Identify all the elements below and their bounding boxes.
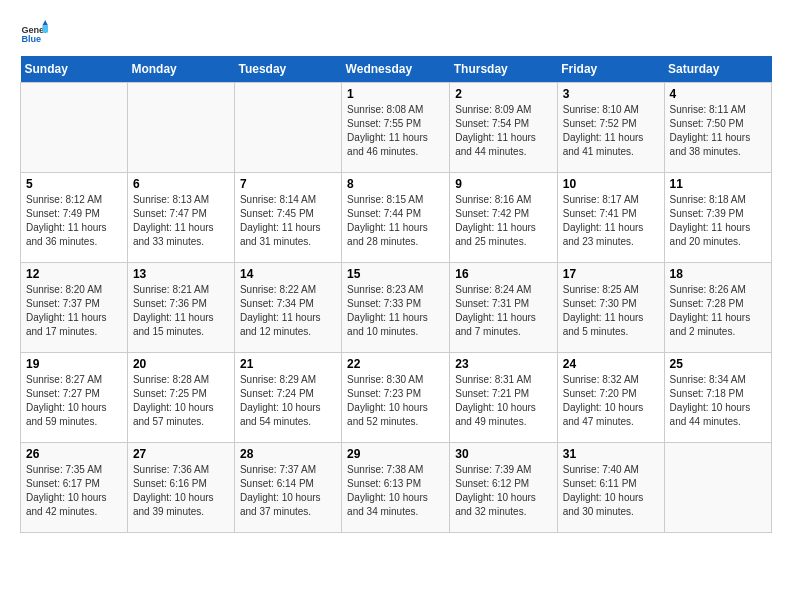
day-info: Sunrise: 8:24 AM Sunset: 7:31 PM Dayligh…	[455, 283, 551, 339]
day-number: 8	[347, 177, 444, 191]
logo: General Blue	[20, 20, 48, 48]
day-number: 30	[455, 447, 551, 461]
calendar-header-row: SundayMondayTuesdayWednesdayThursdayFrid…	[21, 56, 772, 83]
day-number: 9	[455, 177, 551, 191]
calendar-day-14: 14Sunrise: 8:22 AM Sunset: 7:34 PM Dayli…	[234, 263, 341, 353]
header: General Blue	[20, 20, 772, 48]
calendar-week-row: 5Sunrise: 8:12 AM Sunset: 7:49 PM Daylig…	[21, 173, 772, 263]
calendar-week-row: 26Sunrise: 7:35 AM Sunset: 6:17 PM Dayli…	[21, 443, 772, 533]
day-info: Sunrise: 7:36 AM Sunset: 6:16 PM Dayligh…	[133, 463, 229, 519]
day-info: Sunrise: 8:29 AM Sunset: 7:24 PM Dayligh…	[240, 373, 336, 429]
calendar-day-28: 28Sunrise: 7:37 AM Sunset: 6:14 PM Dayli…	[234, 443, 341, 533]
day-number: 21	[240, 357, 336, 371]
day-info: Sunrise: 8:09 AM Sunset: 7:54 PM Dayligh…	[455, 103, 551, 159]
day-number: 17	[563, 267, 659, 281]
day-info: Sunrise: 8:16 AM Sunset: 7:42 PM Dayligh…	[455, 193, 551, 249]
calendar-day-15: 15Sunrise: 8:23 AM Sunset: 7:33 PM Dayli…	[342, 263, 450, 353]
calendar-day-27: 27Sunrise: 7:36 AM Sunset: 6:16 PM Dayli…	[127, 443, 234, 533]
calendar-table: SundayMondayTuesdayWednesdayThursdayFrid…	[20, 56, 772, 533]
day-number: 3	[563, 87, 659, 101]
empty-day-cell	[21, 83, 128, 173]
svg-marker-3	[42, 26, 48, 33]
day-info: Sunrise: 7:40 AM Sunset: 6:11 PM Dayligh…	[563, 463, 659, 519]
day-info: Sunrise: 8:11 AM Sunset: 7:50 PM Dayligh…	[670, 103, 766, 159]
empty-day-cell	[664, 443, 771, 533]
day-number: 28	[240, 447, 336, 461]
empty-day-cell	[127, 83, 234, 173]
day-header-wednesday: Wednesday	[342, 56, 450, 83]
day-info: Sunrise: 7:38 AM Sunset: 6:13 PM Dayligh…	[347, 463, 444, 519]
day-info: Sunrise: 8:17 AM Sunset: 7:41 PM Dayligh…	[563, 193, 659, 249]
day-number: 15	[347, 267, 444, 281]
calendar-day-21: 21Sunrise: 8:29 AM Sunset: 7:24 PM Dayli…	[234, 353, 341, 443]
calendar-day-2: 2Sunrise: 8:09 AM Sunset: 7:54 PM Daylig…	[450, 83, 557, 173]
day-number: 2	[455, 87, 551, 101]
day-header-tuesday: Tuesday	[234, 56, 341, 83]
day-header-thursday: Thursday	[450, 56, 557, 83]
calendar-day-9: 9Sunrise: 8:16 AM Sunset: 7:42 PM Daylig…	[450, 173, 557, 263]
day-number: 6	[133, 177, 229, 191]
calendar-day-18: 18Sunrise: 8:26 AM Sunset: 7:28 PM Dayli…	[664, 263, 771, 353]
calendar-day-23: 23Sunrise: 8:31 AM Sunset: 7:21 PM Dayli…	[450, 353, 557, 443]
calendar-day-16: 16Sunrise: 8:24 AM Sunset: 7:31 PM Dayli…	[450, 263, 557, 353]
day-info: Sunrise: 7:39 AM Sunset: 6:12 PM Dayligh…	[455, 463, 551, 519]
day-info: Sunrise: 8:10 AM Sunset: 7:52 PM Dayligh…	[563, 103, 659, 159]
day-number: 10	[563, 177, 659, 191]
calendar-day-25: 25Sunrise: 8:34 AM Sunset: 7:18 PM Dayli…	[664, 353, 771, 443]
day-info: Sunrise: 8:15 AM Sunset: 7:44 PM Dayligh…	[347, 193, 444, 249]
day-number: 27	[133, 447, 229, 461]
calendar-day-22: 22Sunrise: 8:30 AM Sunset: 7:23 PM Dayli…	[342, 353, 450, 443]
calendar-week-row: 12Sunrise: 8:20 AM Sunset: 7:37 PM Dayli…	[21, 263, 772, 353]
svg-marker-2	[42, 20, 48, 26]
calendar-day-19: 19Sunrise: 8:27 AM Sunset: 7:27 PM Dayli…	[21, 353, 128, 443]
day-info: Sunrise: 7:37 AM Sunset: 6:14 PM Dayligh…	[240, 463, 336, 519]
svg-text:Blue: Blue	[21, 34, 41, 44]
day-number: 5	[26, 177, 122, 191]
day-info: Sunrise: 8:14 AM Sunset: 7:45 PM Dayligh…	[240, 193, 336, 249]
day-info: Sunrise: 8:26 AM Sunset: 7:28 PM Dayligh…	[670, 283, 766, 339]
day-number: 1	[347, 87, 444, 101]
day-info: Sunrise: 8:34 AM Sunset: 7:18 PM Dayligh…	[670, 373, 766, 429]
day-info: Sunrise: 8:27 AM Sunset: 7:27 PM Dayligh…	[26, 373, 122, 429]
calendar-day-5: 5Sunrise: 8:12 AM Sunset: 7:49 PM Daylig…	[21, 173, 128, 263]
day-number: 4	[670, 87, 766, 101]
day-info: Sunrise: 8:20 AM Sunset: 7:37 PM Dayligh…	[26, 283, 122, 339]
calendar-day-31: 31Sunrise: 7:40 AM Sunset: 6:11 PM Dayli…	[557, 443, 664, 533]
calendar-day-12: 12Sunrise: 8:20 AM Sunset: 7:37 PM Dayli…	[21, 263, 128, 353]
day-info: Sunrise: 8:18 AM Sunset: 7:39 PM Dayligh…	[670, 193, 766, 249]
day-info: Sunrise: 8:32 AM Sunset: 7:20 PM Dayligh…	[563, 373, 659, 429]
calendar-day-24: 24Sunrise: 8:32 AM Sunset: 7:20 PM Dayli…	[557, 353, 664, 443]
calendar-day-17: 17Sunrise: 8:25 AM Sunset: 7:30 PM Dayli…	[557, 263, 664, 353]
day-info: Sunrise: 8:31 AM Sunset: 7:21 PM Dayligh…	[455, 373, 551, 429]
day-number: 19	[26, 357, 122, 371]
day-info: Sunrise: 8:25 AM Sunset: 7:30 PM Dayligh…	[563, 283, 659, 339]
day-info: Sunrise: 8:08 AM Sunset: 7:55 PM Dayligh…	[347, 103, 444, 159]
calendar-day-13: 13Sunrise: 8:21 AM Sunset: 7:36 PM Dayli…	[127, 263, 234, 353]
calendar-day-1: 1Sunrise: 8:08 AM Sunset: 7:55 PM Daylig…	[342, 83, 450, 173]
calendar-day-29: 29Sunrise: 7:38 AM Sunset: 6:13 PM Dayli…	[342, 443, 450, 533]
day-number: 24	[563, 357, 659, 371]
day-number: 16	[455, 267, 551, 281]
calendar-day-7: 7Sunrise: 8:14 AM Sunset: 7:45 PM Daylig…	[234, 173, 341, 263]
day-number: 20	[133, 357, 229, 371]
calendar-week-row: 19Sunrise: 8:27 AM Sunset: 7:27 PM Dayli…	[21, 353, 772, 443]
day-header-monday: Monday	[127, 56, 234, 83]
day-number: 29	[347, 447, 444, 461]
day-number: 7	[240, 177, 336, 191]
calendar-day-11: 11Sunrise: 8:18 AM Sunset: 7:39 PM Dayli…	[664, 173, 771, 263]
day-info: Sunrise: 8:12 AM Sunset: 7:49 PM Dayligh…	[26, 193, 122, 249]
day-number: 26	[26, 447, 122, 461]
day-number: 31	[563, 447, 659, 461]
day-header-sunday: Sunday	[21, 56, 128, 83]
day-number: 14	[240, 267, 336, 281]
day-info: Sunrise: 8:28 AM Sunset: 7:25 PM Dayligh…	[133, 373, 229, 429]
logo-icon: General Blue	[20, 20, 48, 48]
day-header-friday: Friday	[557, 56, 664, 83]
calendar-day-3: 3Sunrise: 8:10 AM Sunset: 7:52 PM Daylig…	[557, 83, 664, 173]
day-number: 25	[670, 357, 766, 371]
day-info: Sunrise: 7:35 AM Sunset: 6:17 PM Dayligh…	[26, 463, 122, 519]
day-number: 11	[670, 177, 766, 191]
calendar-day-20: 20Sunrise: 8:28 AM Sunset: 7:25 PM Dayli…	[127, 353, 234, 443]
day-info: Sunrise: 8:22 AM Sunset: 7:34 PM Dayligh…	[240, 283, 336, 339]
calendar-day-26: 26Sunrise: 7:35 AM Sunset: 6:17 PM Dayli…	[21, 443, 128, 533]
